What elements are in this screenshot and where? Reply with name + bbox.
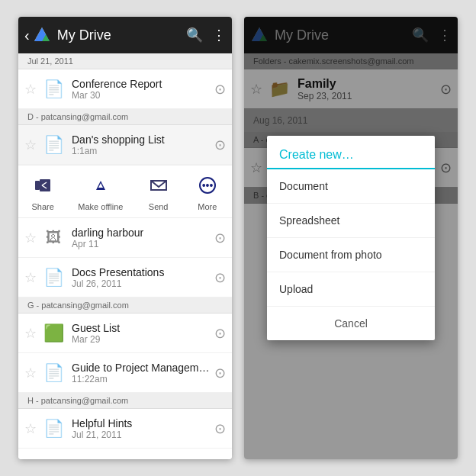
svg-rect-4 — [35, 181, 40, 190]
cancel-button[interactable]: Cancel — [267, 307, 435, 340]
drive-logo — [33, 26, 51, 44]
back-button[interactable]: ‹ — [24, 27, 30, 44]
list-item[interactable]: ☆ 📄 Docs Presentations Jul 26, 2011 ⊙ — [18, 258, 232, 298]
list-item[interactable]: ☆ 📄 Guide to Project Management 11:22am … — [18, 353, 232, 393]
file-name: Conference Report — [72, 78, 211, 90]
doc-icon: 📄 — [41, 265, 66, 290]
left-panel: ‹ My Drive 🔍 ⋮ Jul 21, 2011 ☆ 📄 Conferen… — [18, 17, 232, 459]
file-date: Jul 21, 2011 — [72, 429, 211, 440]
list-item[interactable]: ☆ 🖼 darling harbour Apr 11 ⊙ — [18, 218, 232, 258]
star-icon[interactable]: ☆ — [24, 365, 37, 381]
search-icon[interactable]: 🔍 — [186, 27, 203, 43]
share-button[interactable]: Share — [29, 172, 56, 211]
file-date: 1:1am — [72, 146, 211, 156]
list-item[interactable]: ☆ 📄 Dan's shopping List 1:1am ⊙ — [18, 125, 232, 165]
right-panel: My Drive 🔍 ⋮ Folders - cakemix.screensho… — [244, 17, 458, 459]
create-document-from-photo-button[interactable]: Document from photo — [267, 238, 435, 272]
star-icon[interactable]: ☆ — [24, 137, 37, 153]
item-action-icon[interactable]: ⊙ — [214, 269, 226, 286]
file-date: 11:22am — [72, 374, 211, 384]
section-h: H - patcansing@gmail.com — [18, 393, 232, 409]
file-info: Docs Presentations Jul 26, 2011 — [72, 266, 211, 289]
svg-text:•••: ••• — [202, 179, 214, 191]
section-g: G - patcansing@gmail.com — [18, 298, 232, 314]
create-spreadsheet-button[interactable]: Spreadsheet — [267, 204, 435, 238]
send-button[interactable]: Send — [145, 172, 172, 211]
more-circle-icon: ••• — [194, 172, 221, 199]
file-info: Helpful Hints Jul 21, 2011 — [72, 417, 211, 440]
header-actions: 🔍 ⋮ — [186, 27, 226, 43]
star-icon[interactable]: ☆ — [24, 269, 37, 286]
header-title: My Drive — [57, 27, 186, 43]
create-document-button[interactable]: Document — [267, 169, 435, 204]
doc-icon: 📄 — [41, 77, 66, 101]
upload-button[interactable]: Upload — [267, 272, 435, 307]
action-popup: Share Make offline Send — [18, 165, 232, 218]
list-item[interactable]: ☆ 🟩 Guest List Mar 29 ⊙ — [18, 314, 232, 353]
section-d: D - patcansing@gmail.com — [18, 109, 232, 125]
item-action-icon[interactable]: ⊙ — [214, 230, 226, 246]
item-action-icon[interactable]: ⊙ — [214, 420, 226, 437]
dialog-title: Create new… — [267, 136, 435, 169]
file-date: Mar 30 — [72, 90, 211, 101]
section-jul21: Jul 21, 2011 — [18, 53, 232, 69]
file-name: Guest List — [72, 322, 211, 334]
file-date: Apr 11 — [72, 239, 211, 249]
make-offline-button[interactable]: Make offline — [78, 172, 123, 211]
star-icon[interactable]: ☆ — [24, 81, 37, 98]
file-info: Conference Report Mar 30 — [72, 78, 211, 101]
offline-icon — [87, 172, 114, 199]
file-info: darling harbour Apr 11 — [72, 227, 211, 249]
sheet-icon: 🟩 — [41, 321, 66, 346]
item-action-icon[interactable]: ⊙ — [214, 81, 226, 98]
file-info: Guest List Mar 29 — [72, 322, 211, 345]
file-name: Guide to Project Management — [72, 362, 211, 374]
doc-icon: 📄 — [41, 133, 66, 157]
more-options-button[interactable]: ••• More — [194, 172, 221, 211]
send-icon — [145, 172, 172, 199]
file-date: Jul 26, 2011 — [72, 278, 211, 289]
svg-rect-5 — [40, 179, 50, 191]
file-info: Guide to Project Management 11:22am — [72, 362, 211, 384]
left-header: ‹ My Drive 🔍 ⋮ — [18, 17, 232, 53]
file-name: Docs Presentations — [72, 266, 211, 278]
star-icon[interactable]: ☆ — [24, 420, 37, 437]
img-icon: 🖼 — [41, 226, 66, 250]
doc-icon: 📄 — [41, 361, 66, 385]
item-action-icon[interactable]: ⊙ — [214, 325, 226, 342]
create-new-dialog: Create new… Document Spreadsheet Documen… — [267, 136, 435, 340]
more-icon[interactable]: ⋮ — [212, 27, 226, 43]
file-name: darling harbour — [72, 227, 211, 239]
list-item[interactable]: ☆ 📄 Helpful Hints Jul 21, 2011 ⊙ — [18, 409, 232, 449]
file-name: Helpful Hints — [72, 417, 211, 429]
file-name: Dan's shopping List — [72, 133, 211, 146]
item-action-icon[interactable]: ⊙ — [214, 137, 226, 153]
star-icon[interactable]: ☆ — [24, 325, 37, 342]
file-info: Dan's shopping List 1:1am — [72, 133, 211, 156]
modal-overlay: Create new… Document Spreadsheet Documen… — [244, 17, 458, 459]
list-item[interactable]: ☆ 📄 Conference Report Mar 30 ⊙ — [18, 69, 232, 109]
file-date: Mar 29 — [72, 334, 211, 345]
share-icon — [29, 172, 56, 199]
item-action-icon[interactable]: ⊙ — [214, 365, 226, 381]
doc-icon: 📄 — [41, 416, 66, 441]
star-icon[interactable]: ☆ — [24, 230, 37, 246]
file-list: Jul 21, 2011 ☆ 📄 Conference Report Mar 3… — [18, 53, 232, 459]
